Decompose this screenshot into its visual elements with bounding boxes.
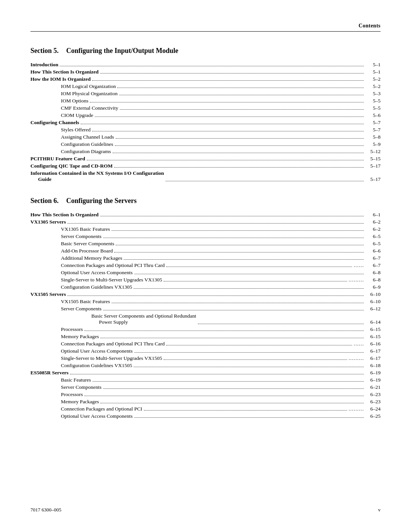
toc-row: Introduction 5–1 (30, 62, 381, 68)
toc-multiline-row: Information Contained in the NX Systems … (30, 170, 381, 182)
section5-block: Section 5. Configuring the Input/Output … (30, 47, 381, 182)
toc-label: How This Section Is Organized (30, 69, 99, 75)
toc-label: Configuration Guidelines (61, 141, 113, 147)
toc-row: Processors 6–15 (30, 326, 381, 332)
toc-label: Styles Offered (61, 127, 91, 133)
toc-dots (92, 80, 364, 81)
toc-page: 5–5 (365, 98, 381, 104)
toc-row: Configuration Guidelines VX1305 6–9 (30, 284, 381, 290)
toc-page: 6–18 (365, 363, 381, 369)
toc-row: Assigning Channel Loads 5–8 (30, 134, 381, 140)
toc-label: Connection Packages and Optional PCI Thr… (61, 262, 165, 268)
toc-page: 5–7 (365, 127, 381, 133)
toc-dots (103, 310, 364, 310)
toc-page: 6–23 (365, 391, 381, 398)
toc-dots (134, 288, 364, 289)
toc-dots (70, 374, 364, 374)
toc-dots (81, 124, 364, 124)
toc-row: Optional User Access Components 6–17 (30, 348, 381, 354)
toc-dots (134, 417, 364, 418)
toc-row: IOM Logical Organization 5–2 (30, 83, 381, 89)
toc-row: Styles Offered 5–7 (30, 127, 381, 133)
toc-page: 6–6 (365, 248, 381, 254)
toc-multiline-line2: Guide (30, 176, 164, 182)
toc-label: CMF External Connectivity (61, 105, 118, 111)
toc-dots (166, 345, 352, 345)
toc-row: Single-Server to Multi-Server Upgrades V… (30, 277, 381, 283)
section5-label: Section 5. (30, 47, 59, 55)
toc-page: 6–1 (365, 212, 381, 218)
toc-row: Connection Packages and Optional PCI Thr… (30, 262, 381, 268)
header-title: Contents (358, 23, 381, 29)
toc-page: 5–1 (365, 69, 381, 75)
toc-multiline-row: Basic Server Components and Optional Red… (30, 313, 381, 325)
toc-row: PCITHRU Feature Card 5–15 (30, 156, 381, 162)
toc-row: Configuration Diagrams 5–12 (30, 149, 381, 155)
toc-label: VX1305 Servers (30, 219, 66, 225)
toc-label: IOM Physical Organization (61, 91, 118, 97)
toc-label: Server Components (61, 233, 102, 240)
toc-page: 6–8 (365, 270, 381, 276)
toc-row: Basic Features 6–19 (30, 377, 381, 383)
toc-dots (198, 324, 364, 324)
toc-page: 6–9 (365, 284, 381, 290)
toc-suffix: ……… (349, 406, 364, 412)
toc-page: 6–12 (365, 306, 381, 312)
toc-label: Processors (61, 326, 83, 332)
toc-page: 5–17 (365, 176, 381, 182)
toc-row: Memory Packages 6–23 (30, 399, 381, 405)
toc-dots (90, 102, 364, 102)
toc-page: 5–2 (365, 76, 381, 82)
toc-page: 6–16 (365, 341, 381, 347)
toc-label: Assigning Channel Loads (61, 134, 114, 140)
section6-heading: Section 6. Configuring the Servers (30, 197, 381, 205)
toc-page: 5–8 (365, 134, 381, 140)
toc-multiline-text: Information Contained in the NX Systems … (30, 170, 164, 182)
toc-suffix: ……… (349, 355, 364, 361)
toc-dots (117, 88, 364, 88)
toc-row: Configuration Guidelines VX1505 6–18 (30, 363, 381, 369)
toc-dots (166, 181, 364, 181)
toc-row: Optional User Access Components 6–25 (30, 413, 381, 419)
toc-label: ES5085R Servers (30, 370, 68, 376)
toc-label: Configuring QIC Tape and CD-ROM (30, 163, 113, 169)
toc-label: Server Components (61, 306, 102, 312)
toc-row: How This Section Is Organized 6–1 (30, 212, 381, 218)
toc-label: VX1505 Servers (30, 291, 66, 297)
toc-label: Processors (61, 391, 83, 398)
toc-label: Add-On Processor Board (61, 248, 113, 254)
section6-block: Section 6. Configuring the Servers How T… (30, 197, 381, 419)
toc-row: Add-On Processor Board 6–6 (30, 248, 381, 254)
toc-dots (112, 230, 364, 231)
toc-label: VX1305 Basic Features (61, 226, 110, 232)
toc-row: Configuring QIC Tape and CD-ROM 5–17 (30, 163, 381, 169)
toc-label: CIOM Upgrade (61, 112, 93, 118)
toc-row: VX1505 Servers 6–10 (30, 291, 381, 297)
toc-dots (87, 160, 364, 160)
toc-dots (114, 167, 364, 168)
toc-label: Additional Memory Packages (61, 255, 122, 261)
toc-page: 5–17 (365, 163, 381, 169)
toc-page: 6–5 (365, 241, 381, 247)
toc-label: PCITHRU Feature Card (30, 156, 85, 162)
toc-row: IOM Physical Organization 5–3 (30, 91, 381, 97)
toc-dots (119, 95, 364, 95)
toc-label: Optional User Access Components (61, 270, 133, 276)
toc-row: VX1305 Basic Features 6–2 (30, 226, 381, 232)
toc-page: 6–19 (365, 377, 381, 383)
toc-dots (100, 403, 364, 403)
section5-heading: Section 5. Configuring the Input/Output … (30, 47, 381, 55)
toc-multiline-line1: Information Contained in the NX Systems … (30, 170, 164, 176)
toc-dots (84, 396, 364, 396)
toc-row: Configuration Guidelines 5–9 (30, 141, 381, 147)
toc-suffix: ……… (349, 277, 364, 283)
toc-row: Server Components 6–12 (30, 306, 381, 312)
toc-row: Single-Server to Multi-Server Upgrades V… (30, 355, 381, 361)
toc-dots (144, 410, 347, 411)
toc-label: Connection Packages and Optional PCI (61, 406, 142, 412)
toc-label: Configuration Guidelines VX1505 (61, 363, 132, 369)
toc-label: Single-Server to Multi-Server Upgrades V… (61, 355, 162, 361)
toc-label: Configuration Diagrams (61, 149, 111, 155)
toc-label: Configuration Guidelines VX1305 (61, 284, 132, 290)
toc-dots (166, 267, 352, 267)
